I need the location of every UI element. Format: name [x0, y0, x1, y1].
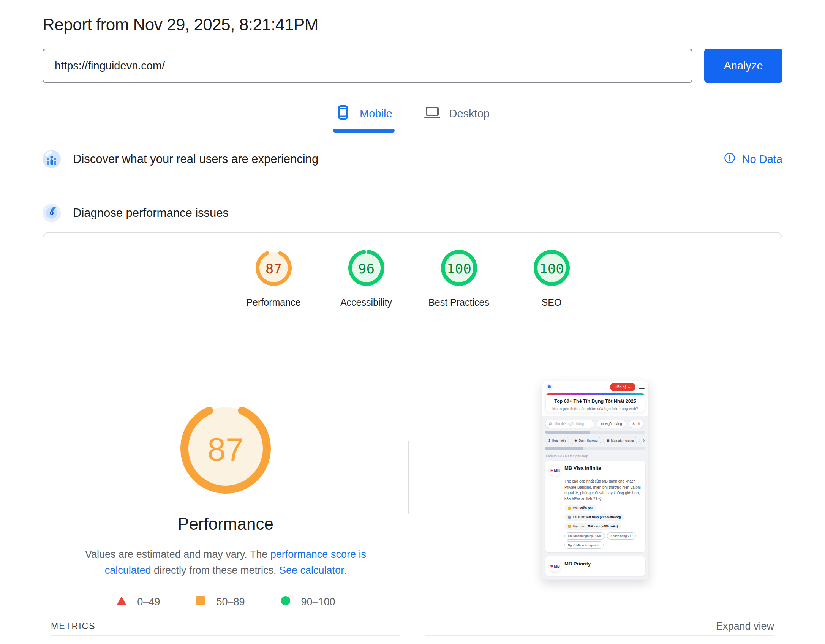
thumb-hero-card: Top 60+ Thẻ Tín Dụng Tốt Nhất 2025 Muốn …	[545, 393, 645, 412]
score-legend: 0–4950–8990–100	[116, 595, 335, 609]
no-data-label: No Data	[742, 153, 782, 166]
mb-bank-logo: ✱MB	[549, 464, 561, 477]
final-screenshot-thumbnail[interactable]: Liên hệ → Top 60+ Thẻ Tín Dụng Tốt Nhất …	[542, 381, 649, 580]
thumb-audience-chip: Chủ doanh nghiệp / SME	[564, 532, 605, 540]
tab-mobile-label: Mobile	[360, 107, 392, 120]
dollar-icon: $	[548, 439, 550, 442]
thumb-search-row: Tìm thẻ, ngân hàng... ⊕Ngân hàng$Th	[545, 420, 645, 428]
info-icon	[724, 152, 735, 166]
url-bar: Analyze	[43, 49, 782, 83]
device-tabs: Mobile Desktop	[43, 105, 782, 133]
square-icon	[195, 595, 206, 609]
thumb-hero-title: Top 60+ Thẻ Tín Dụng Tốt Nhất 2025	[551, 399, 639, 404]
note-link[interactable]: See calculator.	[279, 565, 346, 576]
category-gauge-label: Best Practices	[428, 297, 489, 308]
category-gauge-accessibility[interactable]: 96 Accessibility	[334, 249, 398, 308]
thumb-card-tags: Phí: Miễn phíLãi suất: Rất thấp (<2.5%/t…	[549, 505, 642, 530]
travel-icon: ✈	[643, 439, 645, 442]
thumb-filter-chips: $Hoàn tiền◉Điểm thưởng▣Mua sắm online✈Du…	[545, 437, 645, 444]
performance-summary-column: 87 Performance Values are estimated and …	[43, 325, 408, 609]
thumb-skeleton-bar	[545, 447, 645, 450]
mobile-icon	[335, 105, 351, 123]
thumb-results-count: Hiển thị 63 / 63 thẻ phù hợp	[546, 454, 645, 458]
final-screenshot-column: Liên hệ → Top 60+ Thẻ Tín Dụng Tốt Nhất …	[409, 325, 782, 609]
thumb-search-pill: $Th	[629, 420, 645, 428]
thumb-site-header: Liên hệ →	[542, 381, 648, 392]
no-data-status[interactable]: No Data	[724, 152, 782, 166]
svg-text:100: 100	[446, 261, 471, 276]
metrics-column-rules	[43, 635, 782, 636]
mb-bank-logo: ✱MB	[549, 560, 561, 572]
section-divider	[43, 180, 782, 180]
url-input[interactable]	[43, 49, 692, 83]
diagnose-gauge-icon	[43, 204, 61, 222]
thumb-card-title: MB Visa Infinite	[564, 464, 601, 477]
svg-text:100: 100	[539, 261, 564, 276]
hamburger-menu-icon	[639, 385, 645, 389]
tab-desktop-label: Desktop	[449, 107, 490, 120]
thumb-card-title: MB Priority	[564, 560, 591, 572]
thumb-card-tag: Phí: Miễn phí	[564, 505, 596, 511]
performance-heading: Performance	[178, 515, 273, 534]
triangle-icon	[116, 595, 127, 609]
thumb-filter-chip: ▣Mua sắm online	[603, 437, 637, 444]
field-data-section-header: Discover what your real users are experi…	[43, 150, 782, 168]
thumb-filter-chip: $Hoàn tiền	[545, 437, 569, 444]
thumb-card-description: Thẻ cao cấp nhất của MB dành cho khách P…	[549, 478, 642, 502]
thumb-credit-card-item: ✱MB MB Visa Infinite Thẻ cao cấp nhất củ…	[545, 461, 645, 552]
thumb-hero-body: Muốn giới thiệu sản phẩm của bạn trên tr…	[551, 406, 639, 412]
shopping-icon: ▣	[607, 439, 610, 442]
thumb-site-logo	[546, 384, 553, 390]
page-title: Report from Nov 29, 2025, 8:21:41PM	[43, 15, 782, 34]
note-text: Values are estimated and may vary. The	[85, 549, 270, 560]
metrics-bar: METRICS Expand view	[43, 620, 782, 632]
search-icon	[549, 422, 552, 426]
note-text: directly from these metrics.	[151, 565, 279, 576]
tab-desktop[interactable]: Desktop	[422, 105, 492, 133]
category-gauge-label: SEO	[542, 297, 562, 308]
category-gauges: 87 Performance 96 Accessibility 100 Best…	[43, 249, 782, 308]
thumb-contact-button: Liên hệ →	[610, 383, 635, 391]
tab-mobile[interactable]: Mobile	[333, 105, 394, 133]
thumb-search-pill: ⊕Ngân hàng	[597, 420, 626, 428]
category-gauge-best-practices[interactable]: 100 Best Practices	[427, 249, 491, 308]
thumb-audience-chip: Người đi du lịch quốc tế	[564, 541, 604, 549]
performance-note: Values are estimated and may vary. The p…	[76, 546, 376, 578]
desktop-icon	[424, 105, 440, 123]
real-users-icon	[43, 150, 61, 168]
reward-icon: ◉	[574, 439, 577, 442]
performance-score-gauge: 87	[180, 403, 271, 496]
legend-item-square: 50–89	[195, 595, 245, 609]
field-data-section-title: Discover what your real users are experi…	[73, 152, 724, 166]
svg-text:96: 96	[358, 261, 374, 276]
thumb-filter-chip: ◉Điểm thưởng	[571, 437, 601, 444]
lab-data-section-header: Diagnose performance issues	[43, 204, 782, 222]
circle-icon	[280, 595, 291, 609]
thumb-audience-chip: Khách hàng VIP	[607, 532, 636, 540]
performance-columns: 87 Performance Values are estimated and …	[43, 325, 782, 609]
legend-item-triangle: 0–49	[116, 595, 160, 609]
metrics-label: METRICS	[51, 621, 96, 631]
globe-icon: ⊕	[601, 422, 604, 426]
page: Report from Nov 29, 2025, 8:21:41PM Anal…	[0, 15, 825, 644]
svg-text:87: 87	[207, 431, 244, 467]
dollar-icon: $	[633, 422, 635, 426]
lighthouse-report-card: 87 Performance 96 Accessibility 100 Best…	[43, 232, 782, 644]
analyze-button[interactable]: Analyze	[704, 49, 782, 83]
thumb-filter-chip: ✈Du lịch	[639, 437, 645, 444]
svg-text:87: 87	[265, 261, 281, 276]
thumb-card-tag: Lãi suất: Rất thấp (<2.5%/tháng)	[564, 514, 624, 521]
legend-item-circle: 90–100	[280, 595, 335, 609]
thumb-page-body: Tìm thẻ, ngân hàng... ⊕Ngân hàng$Th $Hoà…	[542, 416, 648, 579]
thumb-search-input: Tìm thẻ, ngân hàng...	[545, 420, 594, 428]
thumb-card-audience-chips: Chủ doanh nghiệp / SMEKhách hàng VIPNgườ…	[549, 532, 642, 549]
lab-data-section-title: Diagnose performance issues	[73, 206, 782, 220]
thumb-card-tag: Hạn mức: Rất cao (>600 triệu)	[564, 523, 621, 530]
category-gauge-label: Performance	[246, 297, 300, 308]
category-gauge-seo[interactable]: 100 SEO	[519, 249, 584, 308]
category-gauge-performance[interactable]: 87 Performance	[241, 249, 306, 308]
thumb-credit-card-item: ✱MB MB Priority	[545, 556, 645, 576]
thumb-skeleton-bar	[545, 431, 645, 434]
expand-view-button[interactable]: Expand view	[716, 620, 774, 632]
category-gauge-label: Accessibility	[340, 297, 392, 308]
